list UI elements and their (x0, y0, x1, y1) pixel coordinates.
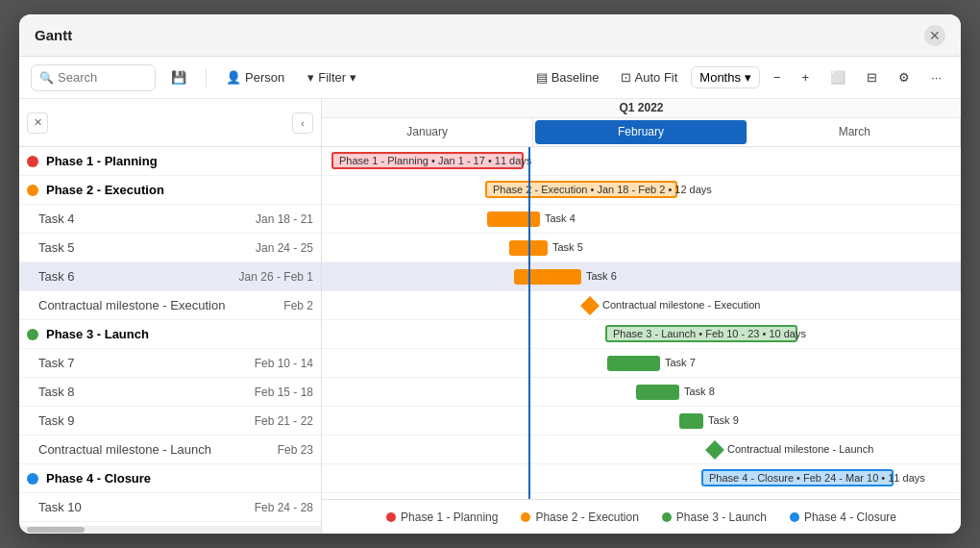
search-icon: 🔍 (39, 71, 54, 85)
task10-name: Task 10 (38, 500, 236, 514)
task9-bar-label: Task 9 (708, 414, 739, 426)
today-line (528, 147, 530, 499)
task5-bar-label: Task 5 (552, 241, 583, 253)
month-february: February (535, 120, 747, 144)
legend-phase1-label: Phase 1 - Planning (401, 511, 498, 524)
baseline-icon: ▤ (536, 70, 548, 85)
month-march: March (749, 118, 961, 146)
gantt-task9-row: Task 9 (322, 407, 961, 436)
legend-phase2-dot (521, 512, 530, 522)
task10-row: Task 10 Feb 24 - 28 (19, 493, 321, 522)
task6-bar (514, 269, 581, 285)
gantt-chart: Q1 2022 January February March Phase 1 -… (322, 99, 961, 534)
more-icon: ··· (931, 70, 942, 85)
gantt-phase3-row: Phase 3 - Launch • Feb 10 - 23 • 10 days (322, 320, 961, 349)
left-header: ✕ ‹ (19, 99, 321, 147)
phase2-bar: Phase 2 - Execution • Jan 18 - Feb 2 • 1… (485, 181, 677, 198)
task7-date: Feb 10 - 14 (236, 357, 313, 370)
chevron-left-button[interactable]: ‹ (292, 112, 313, 134)
legend-phase1-dot (386, 512, 396, 522)
export-button[interactable]: ⬜ (822, 66, 853, 88)
milestone-launch-label: Contractual milestone - Launch (727, 443, 873, 455)
task9-date: Feb 21 - 22 (236, 414, 313, 428)
phase4-label: Phase 4 - Closure (46, 471, 313, 486)
fullscreen-icon: ⊟ (867, 70, 877, 85)
legend-phase1: Phase 1 - Planning (386, 511, 498, 524)
gantt-task8-row: Task 8 (322, 378, 961, 407)
task6-name: Task 6 (38, 269, 236, 284)
task9-bar (679, 413, 703, 429)
gantt-task4-row: Task 4 (322, 205, 961, 234)
save-icon: 💾 (171, 70, 186, 85)
gantt-task7-row: Task 7 (322, 349, 961, 378)
phase3-bar: Phase 3 - Launch • Feb 10 - 23 • 10 days (605, 325, 797, 342)
task8-row: Task 8 Feb 15 - 18 (19, 378, 321, 407)
milestone-launch-date: Feb 23 (236, 443, 313, 457)
task4-bar-label: Task 4 (545, 212, 576, 224)
save-button[interactable]: 💾 (163, 66, 194, 88)
task8-date: Feb 15 - 18 (236, 386, 313, 399)
filter-chevron-icon: ▾ (350, 70, 356, 85)
task7-name: Task 7 (38, 356, 236, 370)
phase2-label: Phase 2 - Execution (46, 183, 313, 197)
month-january: January (322, 118, 533, 146)
autofit-button[interactable]: ⊡ Auto Fit (613, 66, 686, 88)
task7-row: Task 7 Feb 10 - 14 (19, 349, 321, 378)
milestone-exec-row: Contractual milestone - Execution Feb 2 (19, 291, 321, 320)
months-chevron-icon: ▾ (745, 70, 751, 85)
zoom-in-button[interactable]: + (795, 66, 818, 88)
phase2-bar-label: Phase 2 - Execution • Jan 18 - Feb 2 • 1… (493, 184, 712, 195)
close-button[interactable]: ✕ (924, 25, 945, 46)
toolbar: 🔍 💾 👤 Person ▾ Filter ▾ ▤ Baseline ⊡ Aut… (19, 57, 961, 99)
zoom-out-button[interactable]: − (766, 66, 789, 88)
gantt-window: Gantt ✕ 🔍 💾 👤 Person ▾ Filter ▾ ▤ Baseli… (19, 14, 961, 534)
scrollbar-thumb[interactable] (27, 527, 85, 533)
task4-date: Jan 18 - 21 (236, 212, 313, 226)
phase4-dot (27, 473, 38, 485)
phase1-label: Phase 1 - Planning (46, 154, 313, 168)
person-icon: 👤 (226, 70, 241, 85)
more-button[interactable]: ··· (923, 66, 949, 88)
gantt-phase1-row: Phase 1 - Planning • Jan 1 - 17 • 11 day… (322, 147, 961, 176)
filter-button[interactable]: ▾ Filter ▾ (300, 66, 364, 88)
gantt-body: Phase 1 - Planning • Jan 1 - 17 • 11 day… (322, 147, 961, 499)
legend-phase3-label: Phase 3 - Launch (676, 511, 767, 524)
fullscreen-button[interactable]: ⊟ (859, 66, 885, 88)
gantt-task10-row: Task 10 (322, 493, 961, 499)
task10-date: Feb 24 - 28 (236, 501, 313, 514)
filter-icon: ▾ (307, 70, 314, 85)
legend-phase4-label: Phase 4 - Closure (804, 511, 896, 524)
months-select[interactable]: Months ▾ (691, 66, 760, 88)
gantt-task5-row: Task 5 (322, 234, 961, 262)
search-box[interactable]: 🔍 (31, 64, 156, 91)
horizontal-scrollbar[interactable] (19, 526, 321, 534)
milestone-launch-diamond (705, 440, 724, 460)
task5-date: Jan 24 - 25 (236, 241, 313, 255)
task4-name: Task 4 (38, 212, 236, 226)
task4-row: Task 4 Jan 18 - 21 (19, 205, 321, 234)
phase3-row: Phase 3 - Launch (19, 320, 321, 349)
legend-phase3-dot (662, 512, 672, 522)
window-title: Gantt (35, 27, 72, 43)
baseline-button[interactable]: ▤ Baseline (528, 66, 607, 88)
task5-row: Task 5 Jan 24 - 25 (19, 234, 321, 262)
task6-row: Task 6 Jan 26 - Feb 1 (19, 262, 321, 291)
task7-bar (607, 356, 660, 371)
task6-date: Jan 26 - Feb 1 (236, 270, 313, 284)
task8-name: Task 8 (38, 385, 236, 399)
months-label: Months (699, 70, 741, 85)
collapse-button[interactable]: ✕ (27, 112, 48, 134)
task9-row: Task 9 Feb 21 - 22 (19, 407, 321, 436)
phase3-dot (27, 329, 38, 340)
left-panel: ✕ ‹ Phase 1 - Planning Phase 2 - Executi… (19, 99, 322, 534)
milestone-exec-label: Contractual milestone - Execution (602, 299, 760, 311)
settings-button[interactable]: ⚙ (891, 66, 918, 88)
phase4-bar: Phase 4 - Closure • Feb 24 - Mar 10 • 11… (701, 469, 894, 486)
phase1-bar-label: Phase 1 - Planning • Jan 1 - 17 • 11 day… (339, 155, 531, 166)
gantt-header: Q1 2022 January February March (322, 99, 961, 147)
separator-1 (206, 68, 207, 87)
task5-name: Task 5 (38, 240, 236, 255)
legend: Phase 1 - Planning Phase 2 - Execution P… (322, 499, 961, 534)
search-input[interactable] (58, 70, 144, 85)
person-button[interactable]: 👤 Person (218, 66, 292, 88)
